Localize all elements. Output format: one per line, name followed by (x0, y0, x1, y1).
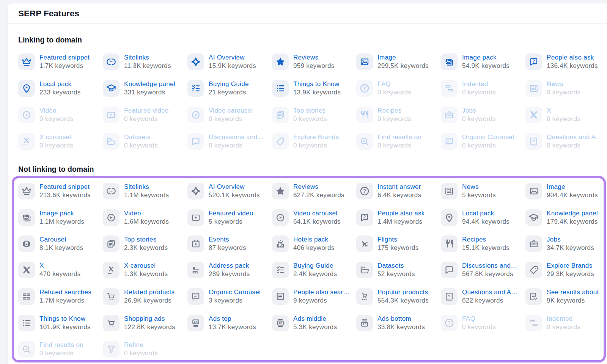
svg-text:AD: AD (363, 323, 366, 326)
svg-text:?: ? (448, 320, 451, 326)
svg-text:?: ? (363, 188, 366, 194)
svg-text:?: ? (533, 139, 535, 143)
svg-text:?: ? (363, 215, 366, 219)
svg-text:AD: AD (278, 322, 282, 325)
svg-text:?: ? (533, 59, 535, 63)
svg-text:AD: AD (194, 321, 198, 323)
svg-text:?: ? (363, 85, 366, 91)
svg-text:?: ? (448, 294, 450, 298)
